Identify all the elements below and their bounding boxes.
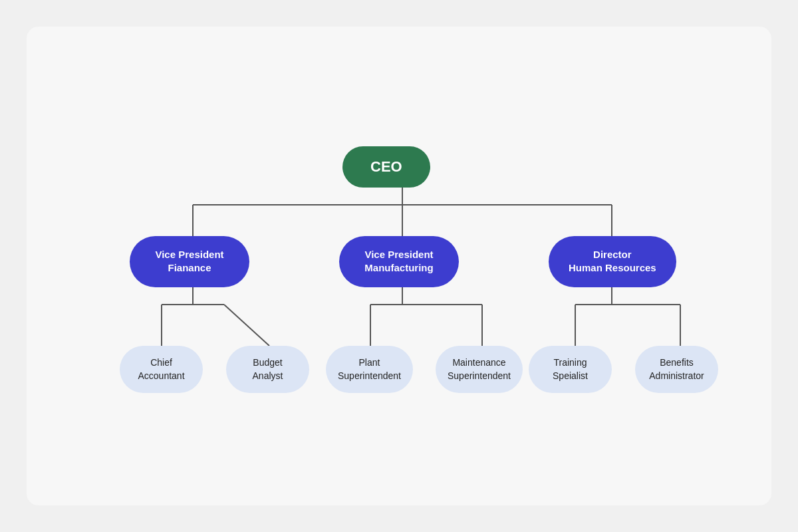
benefits-administrator-node[interactable]: BenefitsAdministrator	[635, 346, 718, 393]
director-hr-node[interactable]: DirectorHuman Resources	[549, 236, 676, 287]
ceo-node[interactable]: CEO	[342, 146, 430, 188]
vp-finance-node[interactable]: Vice PresidentFianance	[130, 236, 249, 287]
svg-line-8	[224, 305, 269, 346]
plant-superintendent-label: PlantSuperintendent	[326, 346, 413, 393]
budget-analyst-label: BudgetAnalyst	[226, 346, 309, 393]
budget-analyst-node[interactable]: BudgetAnalyst	[226, 346, 309, 393]
director-hr-label: DirectorHuman Resources	[549, 236, 676, 287]
chart-container: CEO Vice PresidentFianance Vice Presiden…	[27, 27, 771, 505]
ceo-label: CEO	[342, 146, 430, 188]
vp-manufacturing-node[interactable]: Vice PresidentManufacturing	[339, 236, 459, 287]
plant-superintendent-node[interactable]: PlantSuperintendent	[326, 346, 413, 393]
chief-accountant-node[interactable]: ChiefAccountant	[120, 346, 203, 393]
maintenance-superintendent-label: MaintenanceSuperintendent	[436, 346, 523, 393]
vp-manufacturing-label: Vice PresidentManufacturing	[339, 236, 459, 287]
chief-accountant-label: ChiefAccountant	[120, 346, 203, 393]
benefits-administrator-label: BenefitsAdministrator	[635, 346, 718, 393]
org-chart: CEO Vice PresidentFianance Vice Presiden…	[83, 126, 715, 406]
maintenance-superintendent-node[interactable]: MaintenanceSuperintendent	[436, 346, 523, 393]
vp-finance-label: Vice PresidentFianance	[130, 236, 249, 287]
training-specialist-node[interactable]: TrainingSpeialist	[529, 346, 612, 393]
training-specialist-label: TrainingSpeialist	[529, 346, 612, 393]
